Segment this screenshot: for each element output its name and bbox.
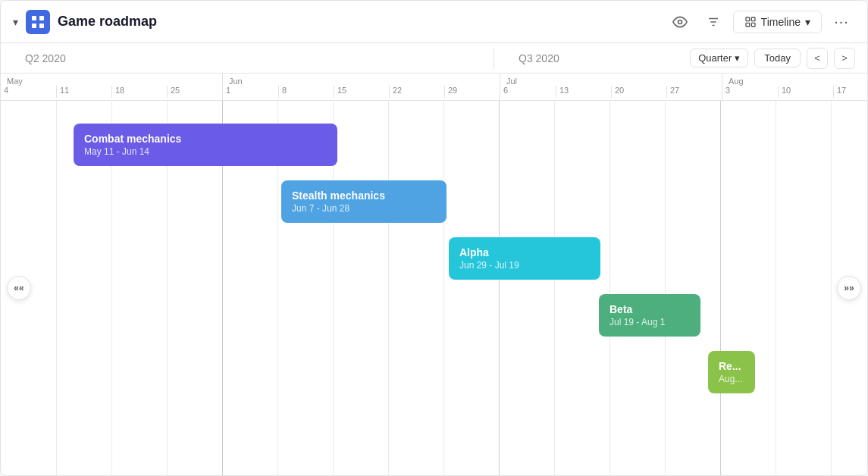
q2-section: Q2 2020: [1, 52, 494, 64]
task-bar-release[interactable]: Re... Aug...: [708, 351, 755, 393]
scroll-left-button[interactable]: ««: [7, 276, 31, 300]
jul-w4: 27: [666, 86, 722, 98]
jul-label: Jul: [500, 74, 722, 86]
q3-section: Q3 2020 Quarter ▾ Today < >: [494, 48, 867, 69]
header-right: Timeline ▾ ···: [666, 8, 855, 36]
jul-w1: 6: [500, 86, 556, 98]
task-alpha-date: Jun 29 - Jul 19: [459, 260, 590, 271]
svg-rect-2: [32, 23, 36, 28]
task-alpha-name: Alpha: [459, 246, 590, 258]
svg-rect-1: [39, 16, 44, 20]
timeline-area: Q2 2020 Q3 2020 Quarter ▾ Today < >: [1, 43, 867, 475]
svg-rect-0: [32, 16, 36, 20]
task-stealth-date: Jun 7 - Jun 28: [292, 203, 436, 214]
timeline-icon: [744, 16, 757, 28]
task-stealth-name: Stealth mechanics: [292, 189, 436, 202]
quarter-controls: Quarter ▾ Today < >: [690, 48, 867, 69]
jun-w3: 15: [334, 86, 389, 98]
svg-rect-9: [751, 17, 755, 21]
quarter-row: Q2 2020 Q3 2020 Quarter ▾ Today < >: [1, 43, 867, 74]
jul-w3: 20: [611, 86, 666, 98]
may-label: May: [1, 74, 222, 86]
timeline-label: Timeline: [761, 16, 801, 28]
filter-icon: [707, 15, 720, 29]
q2-label: Q2 2020: [13, 52, 78, 64]
task-bar-beta[interactable]: Beta Jul 19 - Aug 1: [599, 294, 700, 337]
quarter-dropdown-icon: ▾: [735, 52, 740, 64]
task-bar-stealth[interactable]: Stealth mechanics Jun 7 - Jun 28: [281, 180, 447, 223]
jun-w1: 1: [223, 86, 278, 98]
task-beta-name: Beta: [609, 303, 690, 315]
task-beta-date: Jul 19 - Aug 1: [609, 317, 690, 327]
header-left: ▾ Game roadmap: [13, 10, 666, 34]
aug-header: Aug 3 10 17: [722, 74, 867, 100]
svg-rect-11: [751, 23, 755, 27]
aug-w1: 3: [722, 86, 778, 98]
next-nav-button[interactable]: >: [834, 48, 855, 69]
gantt-body: «« »» Combat mechanics May 11 - Jun 14 S…: [1, 101, 867, 475]
task-bar-combat[interactable]: Combat mechanics May 11 - Jun 14: [74, 124, 337, 166]
svg-rect-8: [746, 17, 750, 21]
may-w2: 11: [56, 86, 111, 98]
jul-w2: 13: [556, 86, 611, 98]
app-logo-icon: [30, 14, 45, 30]
task-release-name: Re...: [719, 360, 744, 372]
jun-label: Jun: [223, 74, 500, 86]
task-release-date: Aug...: [719, 374, 744, 384]
jun-header: Jun 1 8 15 22 29: [223, 74, 500, 100]
app-container: ▾ Game roadmap: [0, 0, 868, 476]
filter-button[interactable]: [700, 8, 727, 36]
aug-label: Aug: [722, 74, 867, 86]
jun-w5: 29: [444, 86, 500, 98]
may-w4: 25: [167, 86, 222, 98]
header: ▾ Game roadmap: [1, 1, 867, 43]
app-dropdown-arrow[interactable]: ▾: [13, 16, 18, 28]
week-header: May 4 11 18 25 Jun 1 8 15 22 29: [1, 74, 867, 101]
prev-nav-button[interactable]: <: [807, 48, 828, 69]
app-icon: [26, 10, 50, 34]
task-bar-alpha[interactable]: Alpha Jun 29 - Jul 19: [449, 237, 600, 280]
svg-rect-10: [746, 23, 750, 27]
timeline-dropdown-icon: ▾: [805, 16, 810, 28]
jul-header: Jul 6 13 20 27: [500, 74, 722, 100]
quarter-select-button[interactable]: Quarter ▾: [690, 49, 748, 67]
task-combat-name: Combat mechanics: [84, 133, 327, 145]
svg-point-4: [678, 20, 682, 23]
aug-w3: 17: [833, 86, 867, 98]
task-combat-date: May 11 - Jun 14: [84, 146, 327, 157]
may-w1: 4: [1, 86, 56, 98]
jun-w4: 22: [389, 86, 444, 98]
may-header: May 4 11 18 25: [1, 74, 223, 100]
q-separator: [499, 101, 500, 475]
jun-w2: 8: [278, 86, 334, 98]
eye-icon: [672, 14, 688, 30]
page-title: Game roadmap: [58, 14, 157, 30]
may-w3: 18: [111, 86, 167, 98]
eye-button[interactable]: [666, 8, 694, 36]
aug-w2: 10: [778, 86, 833, 98]
more-options-button[interactable]: ···: [828, 8, 855, 36]
scroll-right-button[interactable]: »»: [837, 276, 861, 300]
svg-rect-3: [39, 23, 44, 28]
timeline-view-button[interactable]: Timeline ▾: [733, 11, 822, 33]
q3-label: Q3 2020: [506, 52, 572, 64]
today-button[interactable]: Today: [754, 49, 801, 67]
